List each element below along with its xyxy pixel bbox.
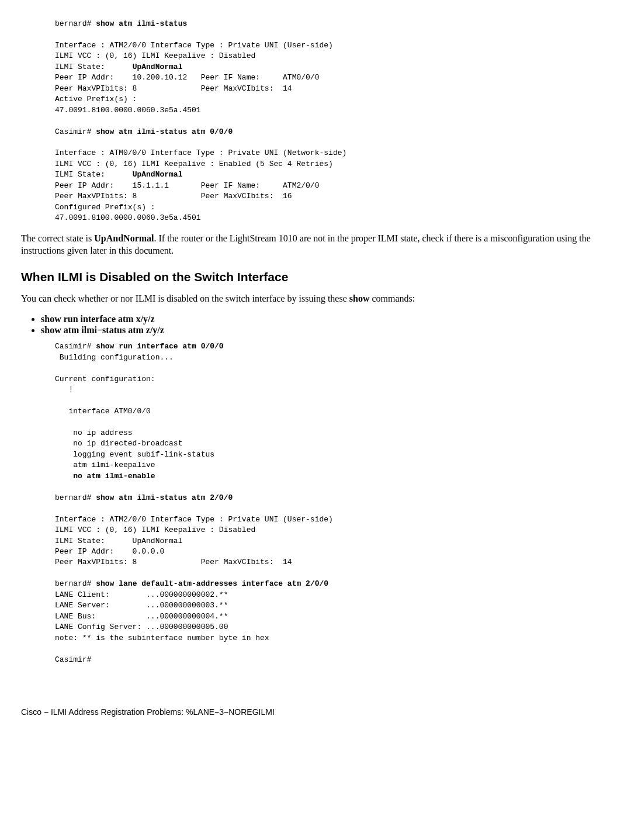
line: note: ** is the subinterface number byte… <box>55 634 269 642</box>
paragraph: You can check whether or nor ILMI is dis… <box>21 292 610 305</box>
line: no ip directed-broadcast <box>55 439 182 448</box>
line: ILMI VCC : (0, 16) ILMI Keepalive : Enab… <box>55 160 333 168</box>
line: ILMI State: <box>55 63 133 71</box>
line: ILMI State: UpAndNormal <box>55 537 182 545</box>
prompt: bernard# <box>55 19 96 28</box>
list-item: show run interface atm x/y/z <box>41 314 610 324</box>
line-indent <box>55 472 73 481</box>
line: ILMI VCC : (0, 16) ILMI Keepalive : Disa… <box>55 51 255 60</box>
prompt: bernard# <box>55 579 96 588</box>
prompt: bernard# <box>55 493 96 502</box>
line: ! <box>55 385 73 394</box>
line: 47.0091.8100.0000.0060.3e5a.4501 <box>55 213 201 222</box>
ilmi-state: UpAndNormal <box>133 170 183 179</box>
line: LANE Bus: ...000000000004.** <box>55 612 228 621</box>
line: Peer IP Addr: 15.1.1.1 Peer IF Name: ATM… <box>55 181 319 190</box>
line: Peer MaxVPIbits: 8 Peer MaxVCIbits: 14 <box>55 84 292 93</box>
line: Interface : ATM2/0/0 Interface Type : Pr… <box>55 515 333 524</box>
line: Interface : ATM0/0/0 Interface Type : Pr… <box>55 148 346 157</box>
line: Current configuration: <box>55 375 155 383</box>
line: ILMI VCC : (0, 16) ILMI Keepalive : Disa… <box>55 526 255 534</box>
line: Building configuration... <box>55 353 174 362</box>
line: Configured Prefix(s) : <box>55 203 155 212</box>
command: show atm ilmi-status atm 2/0/0 <box>96 493 233 502</box>
paragraph: The correct state is UpAndNormal. If the… <box>21 232 610 257</box>
line: Active Prefix(s) : <box>55 95 137 103</box>
terminal-output-1: bernard# show atm ilmi-status Interface … <box>55 19 610 224</box>
section-heading: When ILMI is Disabled on the Switch Inte… <box>21 270 610 284</box>
prompt: Casimir# <box>55 127 96 136</box>
line: interface ATM0/0/0 <box>55 407 151 416</box>
line: Peer MaxVPIbits: 8 Peer MaxVCIbits: 14 <box>55 558 292 566</box>
ilmi-state: UpAndNormal <box>133 63 183 71</box>
line: atm ilmi-keepalive <box>55 461 155 469</box>
line: Peer IP Addr: 10.200.10.12 Peer IF Name:… <box>55 73 319 82</box>
page-footer: Cisco − ILMI Address Registration Proble… <box>21 707 610 717</box>
line: 47.0091.8100.0000.0060.3e5a.4501 <box>55 106 201 115</box>
list-item: show atm ilmi−status atm z/y/z <box>41 325 610 336</box>
line: Peer MaxVPIbits: 8 Peer MaxVCIbits: 16 <box>55 192 292 201</box>
command-list: show run interface atm x/y/z show atm il… <box>41 314 610 336</box>
line: ILMI State: <box>55 170 133 179</box>
command: show atm ilmi-status atm 0/0/0 <box>96 127 233 136</box>
command: show run interface atm 0/0/0 <box>96 342 223 351</box>
prompt: Casimir# <box>55 655 91 664</box>
terminal-output-2: Casimir# show run interface atm 0/0/0 Bu… <box>55 341 610 665</box>
command: show atm ilmi-status <box>96 19 187 28</box>
line: LANE Server: ...000000000003.** <box>55 601 228 610</box>
line: LANE Client: ...000000000002.** <box>55 590 228 599</box>
state-name: UpAndNormal <box>94 233 154 243</box>
prompt: Casimir# <box>55 342 96 351</box>
command-name: show <box>349 293 370 303</box>
line: LANE Config Server: ...000000000005.00 <box>55 623 228 631</box>
line: logging event subif-link-status <box>55 450 214 459</box>
line: Peer IP Addr: 0.0.0.0 <box>55 547 164 556</box>
line: no ip address <box>55 428 133 437</box>
no-ilmi-enable: no atm ilmi-enable <box>73 472 155 481</box>
line: Interface : ATM2/0/0 Interface Type : Pr… <box>55 41 333 50</box>
command: show lane default-atm-addresses interfac… <box>96 579 328 588</box>
